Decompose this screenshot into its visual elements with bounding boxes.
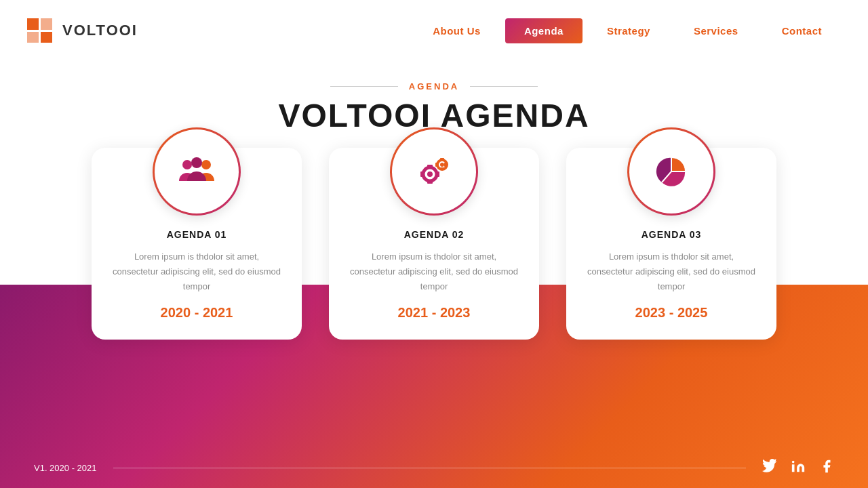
- main-content: AGENDA VOLTOOI AGENDA: [0, 61, 868, 488]
- linkedin-icon[interactable]: [791, 459, 806, 477]
- cards-container: AGENDA 01 Lorem ipsum is thdolor sit ame…: [0, 134, 868, 340]
- svg-rect-16: [440, 167, 444, 170]
- card-1-icon-wrapper: [153, 127, 241, 216]
- card-2-desc: Lorem ipsum is thdolor sit amet, consect…: [348, 249, 520, 294]
- footer-socials: [762, 459, 834, 477]
- card-3-title: AGENDA 03: [642, 229, 702, 240]
- nav-contact[interactable]: Contact: [763, 18, 841, 43]
- svg-rect-2: [27, 32, 39, 43]
- agenda-card-1: AGENDA 01 Lorem ipsum is thdolor sit ame…: [92, 148, 302, 340]
- svg-rect-12: [436, 171, 439, 177]
- section-title-area: AGENDA VOLTOOI AGENDA: [0, 61, 868, 134]
- section-label: AGENDA: [409, 81, 459, 92]
- card-2-icon-wrapper: [390, 127, 478, 216]
- svg-point-8: [427, 171, 433, 177]
- gears-icon: [412, 150, 456, 193]
- logo-area: VOLTOOI: [27, 18, 138, 43]
- footer-line: [113, 468, 746, 468]
- agenda-card-3: AGENDA 03 Lorem ipsum is thdolor sit ame…: [566, 148, 776, 340]
- chart-icon: [650, 150, 693, 193]
- nav: About Us Agenda Strategy Services Contac…: [414, 18, 841, 43]
- svg-rect-11: [420, 171, 424, 177]
- logo-name: VOLTOOI: [62, 22, 138, 39]
- card-3-desc: Lorem ipsum is thdolor sit amet, consect…: [585, 249, 757, 294]
- agenda-card-2: AGENDA 02 Lorem ipsum is thdolor sit ame…: [329, 148, 539, 340]
- svg-rect-10: [427, 180, 433, 184]
- svg-point-14: [440, 163, 444, 167]
- svg-rect-1: [41, 18, 52, 30]
- footer-version: V1. 2020 - 2021: [34, 463, 97, 473]
- svg-point-4: [182, 160, 192, 169]
- nav-about-us[interactable]: About Us: [414, 18, 500, 43]
- card-2-year: 2021 - 2023: [398, 305, 471, 321]
- facebook-icon[interactable]: [819, 459, 834, 477]
- card-1-year: 2020 - 2021: [161, 305, 233, 321]
- section-line-right: [470, 86, 538, 87]
- svg-rect-18: [444, 163, 447, 167]
- card-1-desc: Lorem ipsum is thdolor sit amet, consect…: [111, 249, 283, 294]
- twitter-icon[interactable]: [762, 459, 777, 477]
- nav-agenda[interactable]: Agenda: [505, 18, 583, 43]
- logo-icon: [27, 18, 54, 43]
- card-2-title: AGENDA 02: [404, 229, 465, 240]
- nav-strategy[interactable]: Strategy: [588, 18, 669, 43]
- svg-rect-3: [41, 32, 52, 43]
- nav-services[interactable]: Services: [675, 18, 757, 43]
- header: VOLTOOI About Us Agenda Strategy Service…: [0, 0, 868, 61]
- footer: V1. 2020 - 2021: [0, 447, 868, 488]
- section-line-left: [330, 86, 398, 87]
- card-1-title: AGENDA 01: [167, 229, 227, 240]
- card-3-icon-wrapper: [627, 127, 715, 216]
- svg-rect-0: [27, 18, 39, 30]
- svg-rect-15: [440, 158, 444, 161]
- svg-point-5: [201, 160, 211, 169]
- svg-point-6: [191, 157, 202, 168]
- people-icon: [175, 150, 218, 193]
- svg-rect-9: [427, 165, 433, 168]
- section-label-row: AGENDA: [0, 81, 868, 92]
- svg-rect-17: [435, 163, 438, 167]
- card-3-year: 2023 - 2025: [635, 305, 708, 321]
